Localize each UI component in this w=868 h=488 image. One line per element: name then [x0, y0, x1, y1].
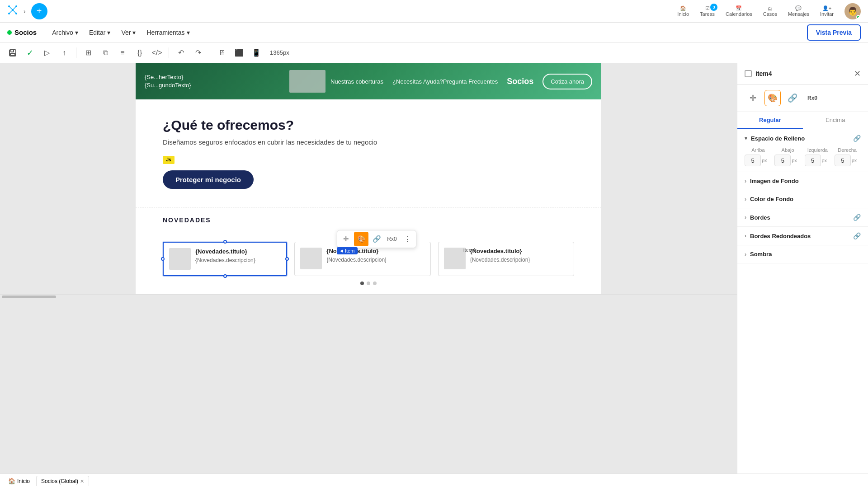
label-arriba: Arriba — [745, 147, 772, 153]
section-imagen-header[interactable]: › Imagen de Fondo — [737, 172, 868, 190]
menu-ver[interactable]: Ver ▾ — [117, 26, 140, 39]
export-button[interactable]: ↑ — [57, 46, 71, 60]
undo-button[interactable]: ↶ — [174, 46, 188, 60]
padding-izquierda-input[interactable] — [805, 155, 821, 166]
site-nav: Nuestras coberturas ¿Necesitas Ayuda?Pre… — [330, 74, 592, 89]
panel-link-action[interactable]: 🔗 — [784, 90, 801, 106]
layers-button[interactable]: ⧉ — [98, 46, 113, 60]
panel-responsive-action[interactable]: Rx0 — [804, 90, 821, 106]
online-indicator — [856, 15, 861, 19]
h-scroll-thumb[interactable] — [2, 296, 56, 298]
cotiza-button[interactable]: Cotiza ahora — [542, 74, 592, 89]
nav-casos[interactable]: 🗂 Casos — [763, 6, 777, 17]
novedades-title: NOVEDADES — [163, 216, 574, 224]
menu-herramientas[interactable]: Herramientas ▾ — [142, 26, 194, 39]
resize-right[interactable] — [285, 257, 289, 261]
float-link-btn[interactable]: 🔗 — [369, 232, 384, 246]
padding-abajo-input[interactable] — [774, 155, 791, 166]
site-header: {Se...herTexto} {Su...gundoTexto} Nuestr… — [136, 63, 601, 99]
play-button[interactable]: ▷ — [40, 46, 54, 60]
card-wrapper-1: {Novedades.titulo} {Novedades.descripcio… — [163, 242, 287, 276]
padding-derecha-row: px — [835, 155, 861, 166]
panel-style-action[interactable]: 🎨 — [764, 90, 781, 106]
h-scrollbar[interactable] — [0, 294, 737, 300]
float-style-btn[interactable]: 🎨 — [354, 232, 368, 246]
logo-icon[interactable] — [7, 5, 18, 18]
desktop-view[interactable]: 🖥 — [215, 46, 229, 60]
preview-button[interactable]: Vista Previa — [807, 24, 861, 41]
save-button[interactable] — [5, 46, 20, 60]
pagination-dots — [163, 282, 574, 285]
redo-button[interactable]: ↷ — [191, 46, 205, 60]
card-thumb-3 — [444, 248, 466, 269]
check-button[interactable]: ✓ — [23, 46, 37, 60]
structure-button[interactable]: ≡ — [115, 46, 130, 60]
news-card-1[interactable]: {Novedades.titulo} {Novedades.descripcio… — [163, 242, 287, 276]
main-title: ¿Qué te ofrecemos? — [163, 117, 574, 133]
dot-2[interactable] — [367, 282, 370, 285]
menu-editar[interactable]: Editar ▾ — [85, 26, 115, 39]
top-nav: › + 🏠 Inicio ☑ 3 Tareas 📅 Calendarios 🗂 … — [0, 0, 868, 23]
svg-rect-11 — [10, 53, 15, 56]
bottom-tab-socios-label: Socios (Global) — [41, 478, 78, 484]
dot-1[interactable] — [360, 282, 364, 285]
section-relleno-header[interactable]: ▾ Espacio de Relleno 🔗 — [737, 129, 868, 147]
chain-icon-bordes-r[interactable]: 🔗 — [853, 232, 861, 239]
dot-3[interactable] — [373, 282, 377, 285]
resize-top[interactable] — [223, 240, 227, 244]
section-color-header[interactable]: › Color de Fondo — [737, 190, 868, 208]
code-button[interactable]: {} — [132, 46, 147, 60]
user-avatar[interactable]: 👨 — [844, 3, 861, 19]
bottom-tab-socios[interactable]: Socios (Global) ✕ — [36, 476, 89, 486]
section-bordes-header[interactable]: › Bordes 🔗 — [737, 208, 868, 226]
svg-line-7 — [9, 10, 13, 14]
add-button[interactable]: + — [31, 3, 47, 19]
right-panel: item4 ✕ ✛ 🎨 🔗 Rx0 Regular Encima ▾ Espac… — [737, 63, 868, 474]
svg-line-5 — [9, 6, 13, 10]
tab-encima[interactable]: Encima — [803, 112, 868, 129]
bottom-tab-close[interactable]: ✕ — [80, 479, 84, 484]
panel-close-button[interactable]: ✕ — [854, 69, 861, 79]
section-bordes-redondeados-header[interactable]: › Bordes Redondeados 🔗 — [737, 227, 868, 245]
panel-checkbox[interactable] — [745, 70, 752, 77]
bottom-tab-inicio[interactable]: 🏠 Inicio — [4, 476, 34, 486]
padding-arriba-input[interactable] — [745, 155, 761, 166]
nav-arrow[interactable]: › — [24, 8, 26, 15]
second-nav: Socios Archivo ▾ Editar ▾ Ver ▾ Herramie… — [0, 23, 868, 42]
nav-invitar[interactable]: 👤+ Invitar — [820, 5, 834, 17]
nav-calendarios[interactable]: 📅 Calendarios — [726, 5, 752, 17]
tablet-view[interactable]: ⬛ — [232, 46, 246, 60]
nav-mensajes[interactable]: 💬 Mensajes — [788, 5, 809, 17]
bordes-title: Bordes — [750, 214, 849, 221]
nav-coberturas[interactable]: Nuestras coberturas — [330, 78, 383, 85]
padding-derecha-input[interactable] — [835, 155, 851, 166]
float-responsive-btn[interactable]: Rx0 — [385, 232, 399, 246]
mobile-view[interactable]: 📱 — [249, 46, 264, 60]
unit-derecha: px — [852, 158, 857, 163]
resize-left[interactable] — [161, 257, 165, 261]
separator-2 — [169, 47, 169, 58]
chain-icon-relleno[interactable]: 🔗 — [853, 135, 861, 142]
resize-bottom[interactable] — [223, 274, 227, 278]
chain-icon-bordes[interactable]: 🔗 — [853, 214, 861, 221]
nav-tareas[interactable]: ☑ 3 Tareas — [700, 5, 715, 17]
section-imagen: › Imagen de Fondo — [737, 172, 868, 190]
site-name-label: Socios — [14, 28, 37, 36]
float-move-btn[interactable]: ✛ — [339, 232, 353, 246]
news-card-3[interactable]: {Novedades.titulo} {Novedades.descripcio… — [438, 242, 574, 276]
html-button[interactable]: </> — [150, 46, 164, 60]
section-sombra-header[interactable]: › Sombra — [737, 245, 868, 263]
panel-move-action[interactable]: ✛ — [745, 90, 761, 106]
menu-archivo[interactable]: Archivo ▾ — [47, 26, 83, 39]
float-more-btn[interactable]: ⋮ — [400, 232, 415, 246]
protect-button[interactable]: Proteger mi negocio — [163, 170, 254, 189]
header-placeholder-image — [289, 70, 326, 93]
grid-button[interactable]: ⊞ — [81, 46, 95, 60]
nav-inicio[interactable]: 🏠 Inicio — [677, 5, 689, 17]
item-tag[interactable]: ◀ Item — [337, 247, 358, 254]
socios-header-text: Socios — [507, 77, 533, 86]
tab-regular[interactable]: Regular — [737, 112, 803, 129]
nav-ayuda[interactable]: ¿Necesitas Ayuda?Pregunta Frecuentes — [392, 78, 498, 85]
menu-items: Archivo ▾ Editar ▾ Ver ▾ Herramientas ▾ — [47, 26, 194, 39]
padding-izquierda-row: px — [805, 155, 831, 166]
